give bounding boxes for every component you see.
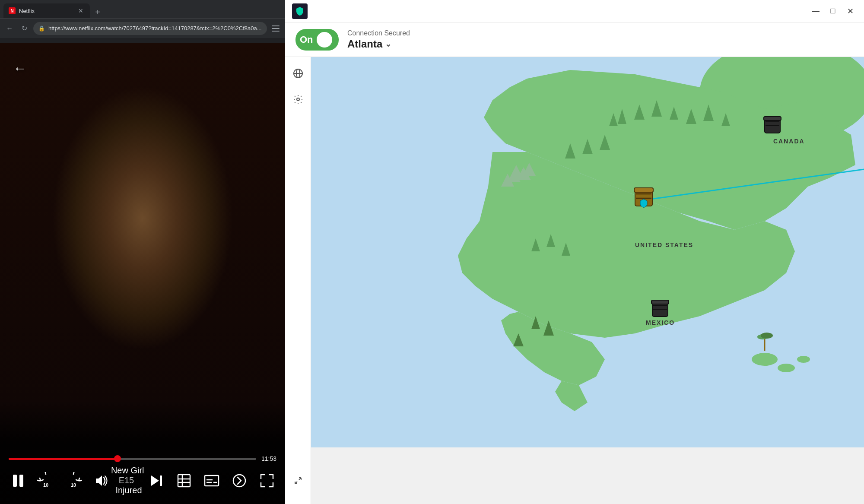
svg-point-19 xyxy=(752,353,778,366)
new-tab-button[interactable]: + xyxy=(92,6,104,18)
location-chevron: ⌄ xyxy=(385,39,391,49)
vpn-panel: — □ ✕ On Connection Secured Atlanta ⌄ xyxy=(285,0,864,504)
svg-point-21 xyxy=(797,356,810,363)
controls-left: 10 10 xyxy=(9,471,111,490)
browser-toolbar: ← ↻ 🔒 https://www.netflix.com/watch/7027… xyxy=(0,18,285,38)
svg-rect-49 xyxy=(634,188,653,192)
rewind-label: 10 xyxy=(43,482,48,488)
controls-row: 10 10 xyxy=(0,466,285,504)
subtitles-button[interactable] xyxy=(202,471,221,490)
episodes-button[interactable] xyxy=(175,471,194,490)
volume-button[interactable] xyxy=(92,471,111,490)
vpn-titlebar: — □ ✕ xyxy=(285,0,864,22)
globe-icon[interactable] xyxy=(289,64,308,83)
vpn-location-name: Atlanta xyxy=(347,38,382,50)
svg-rect-53 xyxy=(764,117,781,120)
vpn-sidebar xyxy=(285,57,311,504)
vpn-header: On Connection Secured Atlanta ⌄ xyxy=(285,22,864,57)
vpn-status-text: Connection Secured xyxy=(347,29,410,37)
close-button[interactable]: ✕ xyxy=(843,4,857,18)
next-episode-button[interactable] xyxy=(147,471,166,490)
vpn-window-controls: — □ ✕ xyxy=(809,4,857,18)
back-arrow[interactable]: ← xyxy=(13,60,27,76)
address-text: https://www.netflix.com/watch/70276497?t… xyxy=(48,25,262,32)
vpn-location[interactable]: Atlanta ⌄ xyxy=(347,38,410,50)
svg-rect-3 xyxy=(160,475,162,486)
svg-rect-4 xyxy=(178,475,190,487)
svg-point-12 xyxy=(233,475,245,487)
vpn-titlebar-left xyxy=(292,3,308,19)
mexico-vpn-marker xyxy=(651,300,669,317)
collapse-icon[interactable] xyxy=(289,471,308,490)
netflix-tab[interactable]: N Netflix ✕ xyxy=(3,3,90,18)
controls-right xyxy=(147,471,276,490)
progress-track[interactable] xyxy=(9,458,256,460)
progress-bar-container: 11:53 xyxy=(0,455,285,462)
rewind-10-button[interactable]: 10 xyxy=(36,471,55,490)
progress-fill xyxy=(9,458,118,460)
tab-bar: N Netflix ✕ + xyxy=(0,0,285,18)
svg-marker-2 xyxy=(151,475,159,486)
svg-rect-57 xyxy=(651,300,669,304)
lock-icon: 🔒 xyxy=(38,25,45,32)
vpn-map-container: CANADA UNITED STATES MEXICO xyxy=(311,57,864,504)
video-area: ← 11:53 xyxy=(0,0,285,504)
tab-title: Netflix xyxy=(19,8,73,14)
vpn-body: CANADA UNITED STATES MEXICO xyxy=(285,57,864,504)
svg-point-20 xyxy=(778,364,795,372)
svg-rect-0 xyxy=(13,475,17,487)
video-controls-overlay: 11:53 10 xyxy=(0,400,285,504)
pause-button[interactable] xyxy=(9,471,28,490)
svg-point-16 xyxy=(297,98,299,101)
tab-close-button[interactable]: ✕ xyxy=(77,7,85,15)
vpn-logo xyxy=(292,3,308,19)
forward-10-button[interactable]: 10 xyxy=(64,471,83,490)
canada-label: CANADA xyxy=(773,138,805,145)
vpn-map: CANADA UNITED STATES MEXICO xyxy=(311,57,864,447)
us-label: UNITED STATES xyxy=(635,241,693,248)
time-remaining: 11:53 xyxy=(261,455,276,462)
fullscreen-button[interactable] xyxy=(257,471,276,490)
maximize-button[interactable]: □ xyxy=(826,4,840,18)
refresh-button[interactable]: ↻ xyxy=(18,22,30,35)
settings-icon[interactable] xyxy=(289,90,308,109)
browser-chrome: N Netflix ✕ + ← ↻ 🔒 https://www.netflix.… xyxy=(0,0,285,43)
map-svg: CANADA UNITED STATES MEXICO xyxy=(311,57,864,446)
svg-point-46 xyxy=(761,333,773,339)
svg-rect-8 xyxy=(205,475,219,486)
minimize-button[interactable]: — xyxy=(809,4,823,18)
show-title: New Girl E15 Injured xyxy=(111,466,147,495)
progress-thumb xyxy=(114,455,121,462)
address-bar[interactable]: 🔒 https://www.netflix.com/watch/70276497… xyxy=(33,22,267,35)
browser-menu-button[interactable] xyxy=(270,22,282,35)
canada-vpn-marker xyxy=(764,117,781,133)
svg-rect-1 xyxy=(19,475,23,487)
toggle-knob xyxy=(317,32,332,48)
audio-button[interactable] xyxy=(230,471,249,490)
controls-center: New Girl E15 Injured xyxy=(111,466,147,495)
back-button[interactable]: ← xyxy=(3,22,16,35)
toggle-label: On xyxy=(300,34,313,45)
forward-label: 10 xyxy=(71,482,76,488)
tab-favicon: N xyxy=(9,7,16,14)
vpn-status-block: Connection Secured Atlanta ⌄ xyxy=(347,29,410,50)
vpn-toggle[interactable]: On xyxy=(295,29,339,51)
mexico-label: MEXICO xyxy=(646,319,675,326)
us-vpn-marker xyxy=(634,188,653,208)
